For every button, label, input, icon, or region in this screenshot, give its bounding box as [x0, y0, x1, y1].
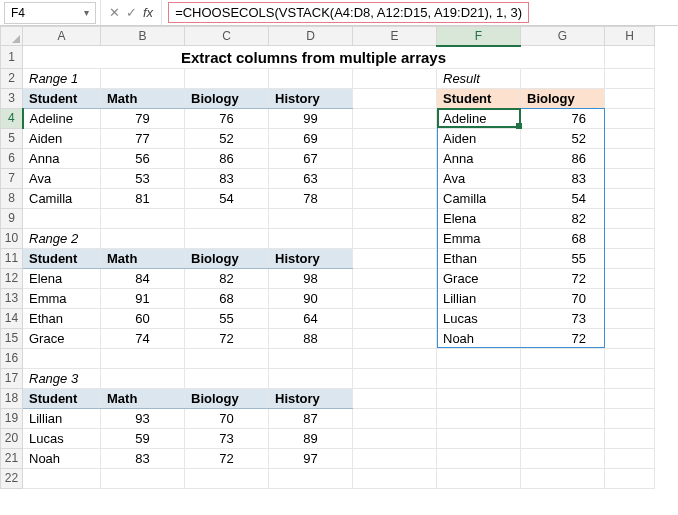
cell[interactable]	[521, 368, 605, 388]
row-header[interactable]: 22	[1, 468, 23, 488]
col-header-F[interactable]: F	[437, 27, 521, 46]
cell[interactable]	[605, 188, 655, 208]
result-biology[interactable]: 83	[521, 168, 605, 188]
cell[interactable]	[521, 468, 605, 488]
result-label[interactable]: Result	[437, 68, 521, 88]
cell[interactable]	[353, 388, 437, 408]
cell[interactable]	[353, 168, 437, 188]
result-student[interactable]: Aiden	[437, 128, 521, 148]
cell[interactable]	[605, 288, 655, 308]
cell[interactable]	[353, 328, 437, 348]
row-header[interactable]: 6	[1, 148, 23, 168]
cell[interactable]	[605, 148, 655, 168]
range1-hdr-math[interactable]: Math	[101, 88, 185, 108]
cell[interactable]	[605, 108, 655, 128]
cell-num[interactable]: 77	[101, 128, 185, 148]
result-biology[interactable]: 55	[521, 248, 605, 268]
row-header[interactable]: 2	[1, 68, 23, 88]
cell[interactable]	[353, 288, 437, 308]
cell-student[interactable]: Lucas	[23, 428, 101, 448]
cell[interactable]	[521, 428, 605, 448]
result-student[interactable]: Lillian	[437, 288, 521, 308]
cell[interactable]	[269, 368, 353, 388]
cell[interactable]	[437, 388, 521, 408]
cell-num[interactable]: 79	[101, 108, 185, 128]
result-biology[interactable]: 72	[521, 328, 605, 348]
cell[interactable]	[23, 348, 101, 368]
result-student[interactable]: Anna	[437, 148, 521, 168]
row-header[interactable]: 4	[1, 108, 23, 128]
cell-num[interactable]: 81	[101, 188, 185, 208]
accept-formula-icon[interactable]: ✓	[126, 5, 137, 20]
cell[interactable]	[437, 368, 521, 388]
col-header-B[interactable]: B	[101, 27, 185, 46]
cell[interactable]	[437, 408, 521, 428]
cell[interactable]	[605, 448, 655, 468]
cell-num[interactable]: 97	[269, 448, 353, 468]
insert-function-icon[interactable]: fx	[143, 5, 153, 20]
cell[interactable]	[605, 268, 655, 288]
cell-num[interactable]: 72	[185, 328, 269, 348]
cell-num[interactable]: 83	[185, 168, 269, 188]
cell[interactable]	[23, 468, 101, 488]
cell[interactable]	[521, 348, 605, 368]
cell[interactable]	[269, 348, 353, 368]
formula-input[interactable]: =CHOOSECOLS(VSTACK(A4:D8, A12:D15, A19:D…	[168, 2, 529, 23]
cell[interactable]	[605, 228, 655, 248]
cell[interactable]	[521, 388, 605, 408]
cell[interactable]	[605, 388, 655, 408]
cell[interactable]	[101, 468, 185, 488]
cell[interactable]	[185, 368, 269, 388]
row-header[interactable]: 7	[1, 168, 23, 188]
cell[interactable]	[101, 368, 185, 388]
cell-num[interactable]: 53	[101, 168, 185, 188]
result-student[interactable]: Noah	[437, 328, 521, 348]
cell-num[interactable]: 60	[101, 308, 185, 328]
result-student[interactable]: Grace	[437, 268, 521, 288]
cell[interactable]	[185, 228, 269, 248]
cell-num[interactable]: 56	[101, 148, 185, 168]
col-header-C[interactable]: C	[185, 27, 269, 46]
cell[interactable]	[101, 228, 185, 248]
row-header[interactable]: 5	[1, 128, 23, 148]
cell-num[interactable]: 69	[269, 128, 353, 148]
cell-num[interactable]: 68	[185, 288, 269, 308]
result-hdr-student[interactable]: Student	[437, 88, 521, 108]
range3-hdr-student[interactable]: Student	[23, 388, 101, 408]
col-header-E[interactable]: E	[353, 27, 437, 46]
range1-hdr-history[interactable]: History	[269, 88, 353, 108]
cell[interactable]	[23, 208, 101, 228]
range2-hdr-biology[interactable]: Biology	[185, 248, 269, 268]
cell-student[interactable]: Camilla	[23, 188, 101, 208]
cell[interactable]	[101, 348, 185, 368]
cell[interactable]	[353, 468, 437, 488]
cell[interactable]	[353, 148, 437, 168]
worksheet[interactable]: A B C D E F G H 1 Extract columns from m…	[0, 26, 678, 489]
cell-student[interactable]: Lillian	[23, 408, 101, 428]
cell-num[interactable]: 83	[101, 448, 185, 468]
cell-student[interactable]: Elena	[23, 268, 101, 288]
row-header[interactable]: 17	[1, 368, 23, 388]
col-header-H[interactable]: H	[605, 27, 655, 46]
cell-num[interactable]: 90	[269, 288, 353, 308]
row-header[interactable]: 15	[1, 328, 23, 348]
cell-num[interactable]: 86	[185, 148, 269, 168]
cell[interactable]	[353, 108, 437, 128]
cell-num[interactable]: 70	[185, 408, 269, 428]
cell-student[interactable]: Emma	[23, 288, 101, 308]
cell[interactable]	[521, 68, 605, 88]
cell-num[interactable]: 73	[185, 428, 269, 448]
row-header[interactable]: 11	[1, 248, 23, 268]
cell-num[interactable]: 89	[269, 428, 353, 448]
cell[interactable]	[353, 308, 437, 328]
cell-student[interactable]: Ethan	[23, 308, 101, 328]
cell[interactable]	[437, 348, 521, 368]
range2-hdr-history[interactable]: History	[269, 248, 353, 268]
cell-num[interactable]: 98	[269, 268, 353, 288]
range2-label[interactable]: Range 2	[23, 228, 101, 248]
cell[interactable]	[353, 428, 437, 448]
cell-num[interactable]: 55	[185, 308, 269, 328]
cell[interactable]	[605, 328, 655, 348]
row-header[interactable]: 18	[1, 388, 23, 408]
cell[interactable]	[605, 168, 655, 188]
